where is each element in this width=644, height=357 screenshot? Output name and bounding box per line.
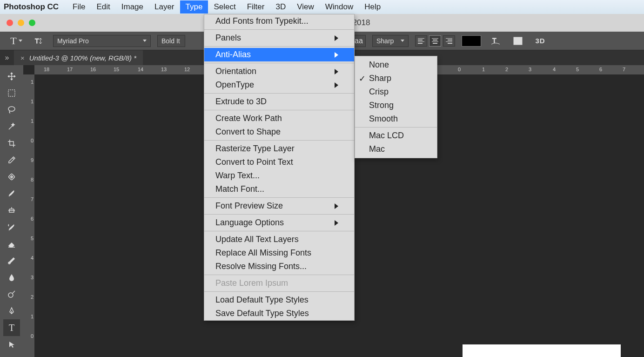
- svg-rect-2: [514, 37, 522, 45]
- menuitem-orientation[interactable]: Orientation: [204, 65, 354, 78]
- font-style-value: Bold It: [161, 37, 180, 45]
- menu-window[interactable]: Window: [320, 0, 359, 13]
- aa-option-smooth[interactable]: Smooth: [355, 112, 437, 126]
- type-menu: Add Fonts from Typekit...PanelsAnti-Alia…: [204, 14, 355, 321]
- vertical-ruler: 11109876543210: [23, 74, 34, 357]
- menuitem-warp-text[interactable]: Warp Text...: [204, 169, 354, 182]
- document-edge: [463, 344, 621, 357]
- document-tab-label: Untitled-3 @ 100% (new, RGB/8) *: [29, 54, 136, 62]
- svg-point-16: [8, 293, 13, 297]
- menuitem-save-default-type-styles[interactable]: Save Default Type Styles: [204, 307, 354, 320]
- menu-image[interactable]: Image: [116, 0, 149, 13]
- close-tab-icon[interactable]: ×: [20, 54, 25, 62]
- menuitem-convert-to-shape[interactable]: Convert to Shape: [204, 125, 354, 139]
- 3d-button[interactable]: 3D: [532, 34, 548, 47]
- svg-point-8: [8, 107, 15, 111]
- menu-help[interactable]: Help: [359, 0, 386, 13]
- font-family-dropdown[interactable]: Myriad Pro: [53, 35, 151, 47]
- menuitem-anti-alias[interactable]: Anti-Alias: [204, 48, 354, 61]
- anti-alias-value: Sharp: [376, 37, 394, 45]
- crop-tool[interactable]: [3, 135, 20, 152]
- svg-text:T: T: [35, 37, 39, 45]
- svg-rect-7: [8, 90, 15, 96]
- document-tab[interactable]: × Untitled-3 @ 100% (new, RGB/8) *: [14, 50, 143, 65]
- aa-option-none[interactable]: None: [355, 58, 437, 72]
- anti-alias-submenu: None✓SharpCrispStrongSmoothMac LCDMac: [355, 56, 437, 158]
- menu-select[interactable]: Select: [208, 0, 241, 13]
- healing-brush-tool[interactable]: [3, 168, 20, 185]
- aa-option-mac-lcd[interactable]: Mac LCD: [355, 129, 437, 142]
- menu-edit[interactable]: Edit: [91, 0, 115, 13]
- system-menubar: Photoshop CC FileEditImageLayerTypeSelec…: [0, 0, 644, 14]
- svg-point-12: [11, 175, 12, 176]
- character-panel-icon[interactable]: [510, 34, 526, 47]
- menu-filter[interactable]: Filter: [242, 0, 270, 13]
- aa-option-mac[interactable]: Mac: [355, 142, 437, 156]
- align-left-button[interactable]: [415, 35, 427, 47]
- eraser-tool[interactable]: [3, 236, 20, 252]
- expand-panels-icon[interactable]: »: [0, 54, 14, 62]
- menuitem-update-all-text-layers[interactable]: Update All Text Layers: [204, 233, 354, 246]
- eyedropper-tool[interactable]: [3, 152, 20, 168]
- svg-rect-9: [8, 174, 15, 180]
- text-color-swatch[interactable]: [462, 35, 481, 47]
- aa-option-sharp[interactable]: ✓Sharp: [355, 72, 437, 85]
- gradient-tool[interactable]: [3, 252, 20, 269]
- menu-file[interactable]: File: [67, 0, 91, 13]
- clone-stamp-tool[interactable]: [3, 202, 20, 219]
- tools-panel: T: [0, 65, 23, 357]
- menuitem-paste-lorem-ipsum: Paste Lorem Ipsum: [204, 276, 354, 290]
- brush-tool[interactable]: [3, 185, 20, 202]
- svg-point-11: [12, 176, 13, 177]
- dodge-tool[interactable]: [3, 286, 20, 303]
- history-brush-tool[interactable]: [3, 219, 20, 236]
- menuitem-font-preview-size[interactable]: Font Preview Size: [204, 199, 354, 213]
- menu-layer[interactable]: Layer: [149, 0, 180, 13]
- font-family-value: Myriad Pro: [57, 37, 89, 45]
- menu-3d[interactable]: 3D: [270, 0, 291, 13]
- menuitem-create-work-path[interactable]: Create Work Path: [204, 112, 354, 125]
- menuitem-replace-all-missing-fonts[interactable]: Replace All Missing Fonts: [204, 246, 354, 260]
- text-orientation-icon[interactable]: T: [31, 34, 47, 47]
- marquee-tool[interactable]: [3, 85, 20, 101]
- menuitem-resolve-missing-fonts[interactable]: Resolve Missing Fonts...: [204, 260, 354, 273]
- magic-wand-tool[interactable]: [3, 118, 20, 135]
- menuitem-rasterize-type-layer[interactable]: Rasterize Type Layer: [204, 142, 354, 155]
- pen-tool[interactable]: [3, 303, 20, 319]
- menu-view[interactable]: View: [291, 0, 320, 13]
- blur-tool[interactable]: [3, 269, 20, 286]
- menuitem-language-options[interactable]: Language Options: [204, 216, 354, 229]
- menuitem-extrude-to-3d[interactable]: Extrude to 3D: [204, 95, 354, 108]
- menu-type[interactable]: Type: [180, 0, 208, 13]
- menuitem-convert-to-point-text[interactable]: Convert to Point Text: [204, 155, 354, 169]
- menuitem-panels[interactable]: Panels: [204, 31, 354, 45]
- aa-option-strong[interactable]: Strong: [355, 99, 437, 112]
- type-tool-icon[interactable]: T: [8, 34, 24, 47]
- text-align-group: [415, 35, 455, 47]
- lasso-tool[interactable]: [3, 101, 20, 118]
- warp-text-icon[interactable]: T: [488, 34, 503, 47]
- svg-point-10: [10, 176, 11, 177]
- menuitem-load-default-type-styles[interactable]: Load Default Type Styles: [204, 293, 354, 307]
- align-center-button[interactable]: [429, 35, 441, 47]
- menuitem-match-font[interactable]: Match Font...: [204, 182, 354, 196]
- font-style-dropdown[interactable]: Bold It: [157, 35, 185, 47]
- anti-alias-dropdown[interactable]: Sharp: [372, 35, 409, 47]
- move-tool[interactable]: [3, 68, 20, 85]
- aa-option-crisp[interactable]: Crisp: [355, 85, 437, 99]
- align-right-button[interactable]: [443, 35, 455, 47]
- type-tool[interactable]: T: [3, 319, 20, 336]
- path-selection-tool[interactable]: [3, 336, 20, 353]
- svg-point-13: [11, 177, 12, 178]
- menuitem-opentype[interactable]: OpenType: [204, 78, 354, 92]
- menuitem-add-fonts-from-typekit[interactable]: Add Fonts from Typekit...: [204, 14, 354, 28]
- app-name: Photoshop CC: [4, 2, 59, 12]
